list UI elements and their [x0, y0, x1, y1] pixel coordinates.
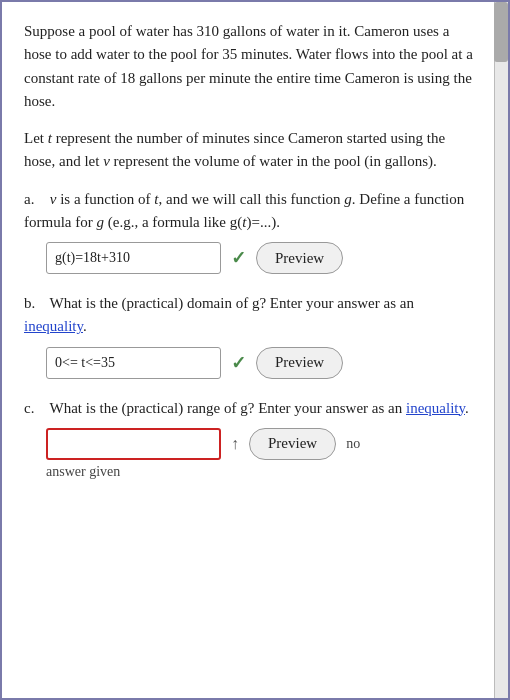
problem-intro: Suppose a pool of water has 310 gallons …	[24, 20, 474, 113]
part-b-check-icon: ✓	[231, 352, 246, 374]
part-b-preview-button[interactable]: Preview	[256, 347, 343, 379]
part-c-text-before: What is the (practical) range of g? Ente…	[49, 400, 406, 416]
part-c-input[interactable]	[46, 428, 221, 460]
scroll-track[interactable]	[494, 2, 508, 698]
part-a-text: v is a function of t, and we will call t…	[24, 191, 464, 230]
part-b-text-after: .	[83, 318, 87, 334]
part-c-no-label: no	[346, 436, 360, 452]
page-container: Suppose a pool of water has 310 gallons …	[0, 0, 510, 700]
part-b: b. What is the (practical) domain of g? …	[24, 292, 474, 379]
part-c-answer-given: answer given	[46, 464, 474, 480]
part-c-preview-button[interactable]: Preview	[249, 428, 336, 460]
part-b-label: b. What is the (practical) domain of g? …	[24, 292, 474, 339]
part-a-letter: a.	[24, 188, 46, 211]
part-a-check-icon: ✓	[231, 247, 246, 269]
part-a-input-row: ✓ Preview	[46, 242, 474, 274]
part-a: a. v is a function of t, and we will cal…	[24, 188, 474, 275]
problem-let-statement: Let t represent the number of minutes si…	[24, 127, 474, 174]
var-v: v	[103, 153, 110, 169]
part-c-text-after: .	[465, 400, 469, 416]
let-v-desc: represent the volume of water in the poo…	[110, 153, 437, 169]
part-c-input-row: ↑ Preview no	[46, 428, 474, 460]
part-c-inequality-link[interactable]: inequality	[406, 400, 465, 416]
part-b-input-row: ✓ Preview	[46, 347, 474, 379]
part-a-input[interactable]	[46, 242, 221, 274]
part-c-upload-icon[interactable]: ↑	[231, 435, 239, 453]
part-b-inequality-link[interactable]: inequality	[24, 318, 83, 334]
scroll-thumb[interactable]	[494, 2, 508, 62]
part-a-preview-button[interactable]: Preview	[256, 242, 343, 274]
content-area: Suppose a pool of water has 310 gallons …	[24, 20, 486, 480]
part-b-text-before: What is the (practical) domain of g? Ent…	[49, 295, 413, 311]
part-c: c. What is the (practical) range of g? E…	[24, 397, 474, 480]
var-t: t	[48, 130, 52, 146]
part-b-input[interactable]	[46, 347, 221, 379]
part-c-label: c. What is the (practical) range of g? E…	[24, 397, 474, 420]
part-b-letter: b.	[24, 292, 46, 315]
part-a-label: a. v is a function of t, and we will cal…	[24, 188, 474, 235]
part-c-letter: c.	[24, 397, 46, 420]
